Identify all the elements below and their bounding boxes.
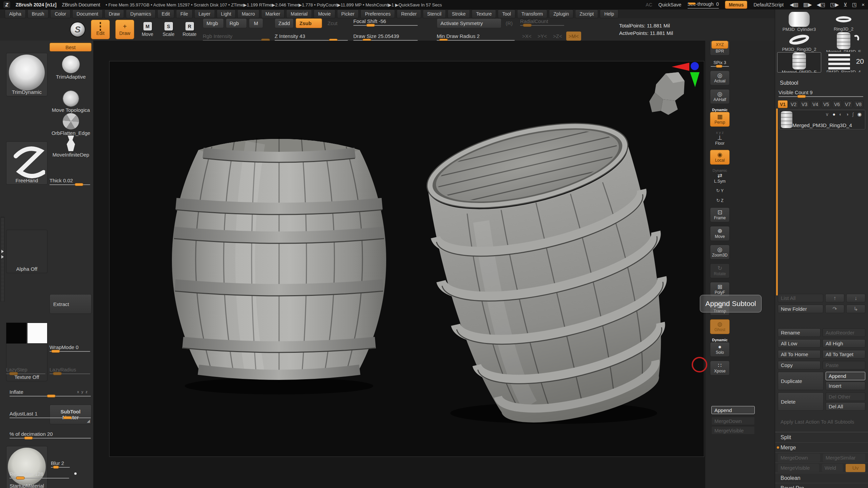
activate-symmetry-button[interactable]: Activate Symmetry: [437, 18, 501, 28]
del-other-button[interactable]: Del Other: [826, 392, 865, 401]
shelf-button[interactable]: Dynamic ⇄ L.Sym: [710, 168, 730, 184]
rgb-button[interactable]: Rgb: [226, 18, 247, 28]
tool-thumbnail[interactable]: 20 PM3D_Ring3D_4: [822, 52, 866, 73]
delete-subtool-button[interactable]: Delete: [778, 392, 824, 411]
paste-button[interactable]: Paste: [823, 361, 865, 369]
stroke-best-button[interactable]: Best: [50, 43, 92, 52]
uv-button[interactable]: Uv: [846, 464, 865, 472]
m-button[interactable]: M: [249, 18, 263, 28]
insert-button[interactable]: Insert: [826, 382, 865, 390]
extract-button[interactable]: Extract: [50, 294, 92, 314]
min-draw-radius-slider[interactable]: Min Draw Radius 2: [437, 33, 515, 41]
subtool-pin-icon[interactable]: ∨: [825, 111, 829, 117]
spix-slider[interactable]: [711, 66, 729, 67]
menu-item[interactable]: Picker: [337, 9, 359, 18]
minimize-icon[interactable]: ⊻: [844, 2, 847, 8]
close-icon[interactable]: ×: [862, 2, 865, 8]
split-section[interactable]: Split: [775, 432, 868, 442]
draw-size-slider[interactable]: Draw Size 25.05439 Dynamic: [353, 33, 418, 41]
menu-item[interactable]: Transform: [517, 9, 547, 18]
material-startup[interactable]: StartupMaterial: [6, 446, 47, 488]
subtool-list-item[interactable]: ∨ ● ◐ ◑ ∫ ◉ Merged_PM3D_Ring3D_4: [779, 110, 865, 129]
shelf-button[interactable]: ↻ Rotate: [710, 263, 730, 278]
collapse-left-icon[interactable]: ◀▥: [790, 2, 798, 8]
zsub-button[interactable]: Zsub: [296, 18, 322, 28]
subtool-visibility-tab[interactable]: V2: [789, 100, 798, 108]
menu-item[interactable]: Layer: [194, 9, 215, 18]
decimation-slider[interactable]: % of decimation 20: [9, 431, 91, 439]
mrgb-button[interactable]: Mrgb: [203, 18, 224, 28]
subtool-scrollbar[interactable]: [776, 108, 778, 296]
brush-visibility-icon[interactable]: ∫: [852, 111, 854, 117]
menu-item[interactable]: Macro: [237, 9, 259, 18]
new-folder-button[interactable]: New Folder: [778, 305, 823, 313]
merge-visible-flyout-button[interactable]: MergeVisible: [711, 426, 755, 434]
rename-button[interactable]: Rename: [778, 328, 821, 337]
menu-item[interactable]: Tool: [498, 9, 515, 18]
shelf-button[interactable]: ◎ Zoom3D: [710, 245, 730, 260]
merge-down-flyout-button[interactable]: MergeDown: [711, 417, 755, 425]
main-color-swatch[interactable]: [6, 323, 26, 344]
menu-item[interactable]: Stencil: [423, 9, 446, 18]
tool-thumbnail[interactable]: Merged_PM3D_F: [777, 52, 821, 73]
auto-reorder-button[interactable]: AutoReorder: [823, 328, 865, 337]
list-all-button[interactable]: List All: [778, 294, 823, 302]
bevel-pro-section[interactable]: Bevel Pro: [775, 483, 868, 488]
shelf-button[interactable]: ↻ Y: [710, 188, 730, 194]
shelf-button[interactable]: ↻ Z: [710, 198, 730, 204]
subtool-visibility-tab[interactable]: V5: [821, 100, 831, 108]
resolution-slider[interactable]: Resolution 128: [9, 471, 69, 479]
brush-trim-dynamic[interactable]: TrimDynamic: [6, 53, 47, 96]
half-b-icon[interactable]: ◑: [846, 111, 848, 117]
menu-item[interactable]: Edit: [157, 9, 174, 18]
move-into-button[interactable]: ↳: [846, 305, 865, 313]
shelf-button[interactable]: ⊡ Frame: [710, 207, 730, 222]
stroke-freehand[interactable]: FreeHand: [6, 141, 47, 185]
menu-item[interactable]: Document: [72, 9, 103, 18]
visibility-eye-icon[interactable]: ◉: [857, 111, 862, 117]
lazy-step-slider[interactable]: LazyStep: [6, 367, 45, 374]
append-button[interactable]: Append: [826, 372, 865, 380]
all-to-home-button[interactable]: All To Home: [778, 350, 821, 359]
menu-item[interactable]: Dynamics: [126, 9, 155, 18]
radial-count-slider[interactable]: RadialCount: [520, 18, 564, 26]
shelf-button[interactable]: XYZ: [711, 41, 728, 49]
zcut-button[interactable]: Zcut: [324, 18, 342, 28]
menu-item[interactable]: Color: [50, 9, 70, 18]
merge-down-button[interactable]: MergeDown: [778, 454, 820, 462]
y-symmetry-button[interactable]: >Y<: [536, 33, 549, 39]
rgb-intensity-slider[interactable]: Rgb Intensity: [203, 33, 269, 41]
merge-visible-button[interactable]: MergeVisible: [778, 464, 819, 472]
collapse-right-icon[interactable]: ▥▶: [803, 2, 812, 8]
secondary-color-swatch[interactable]: [27, 323, 47, 344]
brush-move-infinite-depth[interactable]: MoveInfiniteDep: [50, 136, 92, 158]
draw-button[interactable]: + Draw: [115, 20, 134, 39]
menu-item[interactable]: Marker: [261, 9, 285, 18]
menu-item[interactable]: Texture: [472, 9, 496, 18]
append-flyout-button[interactable]: Append: [711, 406, 755, 414]
dock-right-icon[interactable]: ◳▶: [830, 2, 839, 8]
subtool-visibility-tab[interactable]: V4: [810, 100, 820, 108]
shelf-button[interactable]: Dynamic ▦ Persp: [710, 108, 730, 127]
menus-button[interactable]: Menus: [725, 1, 747, 9]
visible-count-slider[interactable]: Visible Count 9: [778, 89, 863, 97]
menu-item[interactable]: File: [176, 9, 193, 18]
zadd-button[interactable]: Zadd: [275, 18, 294, 28]
shelf-button[interactable]: Dynamic ● Solo: [710, 338, 730, 357]
shelf-button[interactable]: ⊕ Move: [710, 226, 730, 241]
left-tray-scrollbar[interactable]: [1, 217, 4, 302]
all-high-button[interactable]: All High: [823, 339, 865, 348]
all-low-button[interactable]: All Low: [778, 339, 821, 348]
quicksave-button[interactable]: QuickSave: [658, 2, 682, 7]
dynamesh-blur-slider[interactable]: Blur 2: [51, 460, 70, 468]
see-through-thumb[interactable]: [688, 2, 696, 5]
scale-button[interactable]: S Scale: [161, 22, 176, 37]
alpha-off-selector[interactable]: Alpha Off: [6, 230, 47, 273]
tool-thumbnail[interactable]: Merged_PM3D_F: [822, 32, 866, 52]
brush-move-topological[interactable]: Move Topologica: [50, 91, 92, 113]
shelf-button[interactable]: SPix 3: [710, 59, 730, 67]
dock-left-icon[interactable]: ◀◳: [817, 2, 826, 8]
menu-item[interactable]: Help: [600, 9, 618, 18]
menu-item[interactable]: Material: [286, 9, 312, 18]
subtool-visibility-tab[interactable]: V6: [832, 100, 842, 108]
